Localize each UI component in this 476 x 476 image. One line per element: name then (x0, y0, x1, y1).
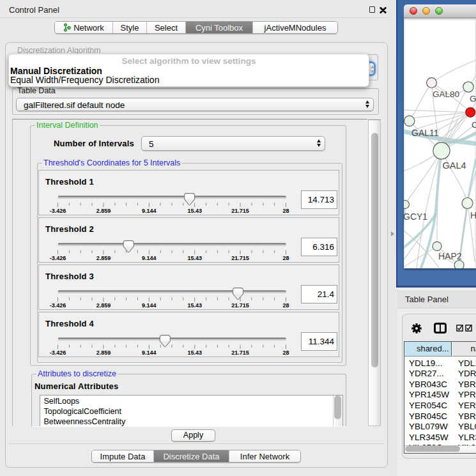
svg-text:2.859: 2.859 (96, 208, 111, 214)
svg-text:C: C (472, 120, 476, 130)
svg-text:2.859: 2.859 (96, 349, 111, 356)
svg-text:28: 28 (282, 255, 289, 261)
svg-text:GAL7: GAL7 (470, 94, 476, 104)
svg-text:HI: HI (470, 210, 476, 220)
svg-text:2.859: 2.859 (96, 302, 111, 309)
svg-text:HAP2: HAP2 (438, 251, 462, 261)
svg-text:GCY1: GCY1 (404, 211, 427, 222)
svg-text:-3.426: -3.426 (49, 349, 66, 356)
svg-text:28: 28 (282, 208, 289, 214)
svg-text:-3.426: -3.426 (49, 302, 66, 309)
svg-text:21.715: 21.715 (231, 255, 249, 261)
svg-text:15.43: 15.43 (187, 302, 202, 309)
svg-text:GAL11: GAL11 (411, 128, 439, 138)
svg-text:GAL80: GAL80 (433, 89, 459, 99)
svg-text:-3.426: -3.426 (49, 208, 66, 214)
svg-text:15.43: 15.43 (187, 208, 202, 214)
svg-text:21.715: 21.715 (231, 349, 249, 356)
svg-text:9.144: 9.144 (142, 255, 157, 261)
svg-text:28: 28 (282, 349, 289, 356)
svg-text:2.859: 2.859 (96, 255, 111, 261)
svg-text:15.43: 15.43 (187, 255, 202, 261)
svg-text:15.43: 15.43 (187, 349, 202, 356)
svg-text:-3.426: -3.426 (49, 255, 66, 261)
svg-text:21.715: 21.715 (231, 208, 249, 214)
svg-text:9.144: 9.144 (142, 208, 157, 214)
svg-text:9.144: 9.144 (142, 302, 157, 309)
svg-text:28: 28 (282, 302, 289, 309)
svg-text:GAL4: GAL4 (443, 160, 466, 171)
svg-text:9.144: 9.144 (142, 349, 157, 356)
svg-text:21.715: 21.715 (231, 302, 249, 309)
